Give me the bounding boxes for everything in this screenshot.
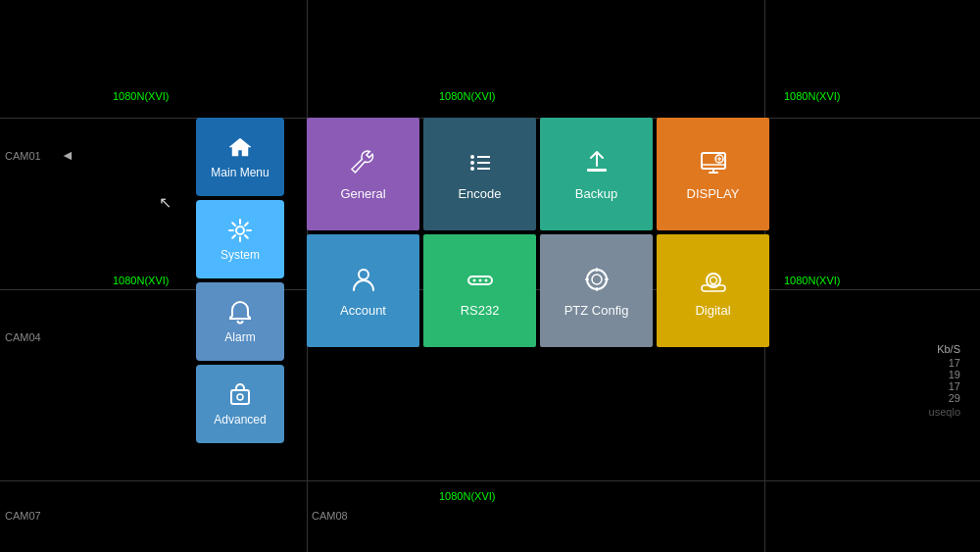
svg-point-2 <box>237 394 243 400</box>
cursor-indicator: ↖ <box>159 193 172 212</box>
svg-point-3 <box>470 155 474 159</box>
gear-icon <box>226 217 254 244</box>
svg-point-17 <box>587 270 607 289</box>
stat-value-1: 17 <box>929 357 960 369</box>
list-icon <box>465 147 496 178</box>
digital-button[interactable]: Digital <box>657 234 769 347</box>
wrench-icon <box>348 147 379 178</box>
main-menu-label: Main Menu <box>211 166 269 179</box>
svg-rect-9 <box>587 169 607 172</box>
stats-panel: Kb/S 17 19 17 29 useqlo <box>929 343 960 418</box>
backup-button[interactable]: Backup <box>540 118 653 230</box>
main-menu-panel: Main Menu System Alarm Advanced <box>196 118 284 443</box>
svg-rect-1 <box>231 390 249 404</box>
system-button[interactable]: System <box>196 200 284 278</box>
res-label-2: 1080N(XVI) <box>439 90 495 102</box>
main-menu-button[interactable]: Main Menu <box>196 118 284 196</box>
res-label-3: 1080N(XVI) <box>784 90 840 102</box>
display-button[interactable]: DISPLAY <box>657 118 769 230</box>
general-button[interactable]: General <box>307 118 419 230</box>
alarm-label: Alarm <box>224 330 255 344</box>
cam04-label: CAM04 <box>5 331 41 343</box>
res-label-4: 1080N(XVI) <box>113 275 169 286</box>
watermark: useqlo <box>929 406 960 418</box>
res-label-5: 1080N(XVI) <box>784 275 840 286</box>
svg-point-5 <box>470 161 474 165</box>
cam07-label: CAM07 <box>5 510 41 522</box>
svg-point-16 <box>484 279 487 282</box>
encode-label: Encode <box>458 186 501 201</box>
user-icon <box>348 264 379 295</box>
res-label-1: 1080N(XVI) <box>113 90 169 102</box>
svg-point-14 <box>472 279 475 282</box>
account-button[interactable]: Account <box>307 234 419 347</box>
ptz-button[interactable]: PTZ Config <box>540 234 653 347</box>
rs232-label: RS232 <box>461 303 500 318</box>
svg-point-7 <box>470 167 474 171</box>
digital-label: Digital <box>695 303 730 318</box>
general-label: General <box>340 186 385 201</box>
cam01-arrow: ◄ <box>61 147 74 163</box>
rs232-button[interactable]: RS232 <box>423 234 536 347</box>
advanced-label: Advanced <box>214 413 266 427</box>
settings-grid: General Encode Backup DISPLAY <box>307 118 769 347</box>
stat-value-2: 19 <box>929 369 960 380</box>
display-icon <box>698 147 729 178</box>
camera-icon <box>698 264 729 295</box>
advanced-button[interactable]: Advanced <box>196 365 284 443</box>
system-label: System <box>220 248 260 262</box>
bell-icon <box>226 299 254 326</box>
svg-point-15 <box>478 279 481 282</box>
stat-value-3: 17 <box>929 380 960 392</box>
res-label-6: 1080N(XVI) <box>439 490 495 502</box>
stat-value-4: 29 <box>929 392 960 404</box>
cam01-label: CAM01 <box>5 150 41 162</box>
cam08-label: CAM08 <box>312 510 348 522</box>
svg-point-24 <box>710 277 716 284</box>
svg-point-0 <box>236 226 244 234</box>
rs232-icon <box>465 264 496 295</box>
home-icon <box>226 134 254 162</box>
account-label: Account <box>340 303 386 318</box>
svg-point-12 <box>359 270 368 279</box>
bag-icon <box>226 381 254 409</box>
target-icon <box>581 264 612 295</box>
encode-button[interactable]: Encode <box>423 118 536 230</box>
upload-icon <box>581 147 612 178</box>
display-label: DISPLAY <box>687 186 740 201</box>
ptz-label: PTZ Config <box>564 303 629 318</box>
backup-label: Backup <box>575 186 617 201</box>
alarm-button[interactable]: Alarm <box>196 282 284 361</box>
svg-point-18 <box>592 275 602 284</box>
stats-header: Kb/S <box>929 343 960 355</box>
